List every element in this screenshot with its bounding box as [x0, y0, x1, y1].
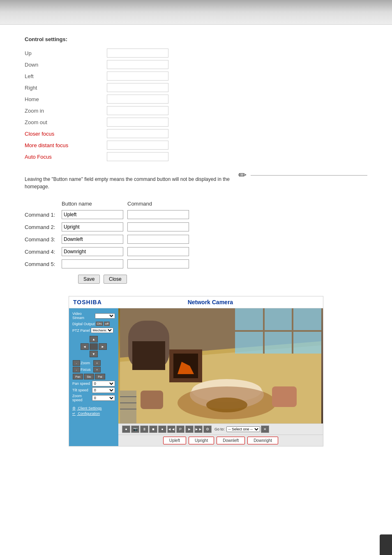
command-row-2-label: Command 2:	[25, 224, 62, 230]
control-input-distant-focus[interactable]	[107, 141, 168, 150]
do-off-btn[interactable]: off	[104, 321, 110, 326]
patrol-button[interactable]: Pat	[95, 374, 105, 379]
left-panel: Video Stream Digital Output ON off PTZ P…	[69, 308, 118, 446]
control-label-up: Up	[25, 50, 107, 56]
command-2-cmd-input[interactable]	[127, 222, 189, 231]
zoom-row: - Zoom +	[72, 360, 115, 366]
svg-rect-8	[132, 341, 165, 370]
control-settings-title: Control settings:	[25, 36, 367, 42]
dot-icon[interactable]: ●	[158, 426, 166, 433]
ptz-row-mid: ◄ ►	[80, 343, 107, 350]
stop-icon[interactable]: ■	[149, 426, 157, 433]
ptz-left-button[interactable]: ◄	[81, 343, 89, 350]
ptz-up-button[interactable]: ▲	[90, 336, 98, 342]
zoom-speed-select[interactable]: 0	[92, 395, 115, 401]
camera-icon[interactable]: 📷	[131, 426, 139, 433]
zoom-plus-button[interactable]: +	[93, 360, 101, 366]
pencil-icon: ✏	[238, 169, 247, 181]
settings-icon[interactable]: ⚙	[203, 426, 212, 433]
command-1-name-input[interactable]	[62, 210, 123, 219]
goto-close-icon[interactable]: ✕	[261, 426, 269, 433]
camera-preview-wrapper: TOSHIBA Network Camera Video Stream Digi…	[25, 296, 367, 446]
command-5-cmd-input[interactable]	[127, 259, 189, 268]
control-input-zoom-in[interactable]	[107, 106, 168, 115]
cam-upleft-button[interactable]: Upleft	[163, 437, 186, 444]
ptz-down-button[interactable]: ▼	[90, 351, 98, 357]
flag-icon[interactable]: P	[176, 426, 184, 433]
video-panel: 2010/01/15 13:23:44	[118, 308, 323, 446]
stop-button[interactable]: Sto	[84, 374, 94, 379]
command-row-4: Command 4:	[25, 247, 367, 256]
tilt-speed-select[interactable]: 0	[92, 387, 115, 393]
pan-button[interactable]: Pan	[73, 374, 83, 379]
tilt-speed-label: Tilt speed	[72, 388, 92, 392]
control-row-right: Right	[25, 83, 367, 92]
ptz-right-button[interactable]: ►	[99, 343, 107, 350]
control-input-left[interactable]	[107, 72, 168, 81]
button-row: Save Close	[78, 275, 367, 284]
command-row-3: Command 3:	[25, 235, 367, 244]
control-row-down: Down	[25, 60, 367, 69]
control-input-auto-focus[interactable]	[107, 152, 168, 161]
camera-controls-bar: ● 📷 ⏸ ■ ● ◄◄ P ► ►► ⚙ Go to: -- Select o…	[118, 423, 323, 435]
control-label-home: Home	[25, 96, 107, 102]
svg-rect-14	[141, 391, 163, 409]
command-2-name-input[interactable]	[62, 222, 123, 231]
control-input-down[interactable]	[107, 60, 168, 69]
svg-rect-13	[272, 386, 297, 407]
client-settings-link[interactable]: ⚙ Client Settings	[72, 406, 115, 410]
cam-upright-button[interactable]: Upright	[189, 437, 214, 444]
zoom-minus-button[interactable]: -	[73, 360, 80, 366]
cam-downright-button[interactable]: Downright	[247, 437, 278, 444]
command-4-name-input[interactable]	[62, 247, 123, 256]
focus-label: Focus	[81, 368, 93, 372]
focus-plus-button[interactable]: +	[93, 367, 101, 372]
control-input-home[interactable]	[107, 95, 168, 104]
do-on-btn[interactable]: ON	[96, 321, 103, 326]
pause-button[interactable]: ⏸	[140, 426, 148, 433]
control-row-zoom-out: Zoom out	[25, 118, 367, 127]
svg-rect-18	[120, 391, 136, 423]
command-3-cmd-input[interactable]	[127, 235, 189, 244]
mechanic-select[interactable]: Mechanic	[91, 328, 113, 333]
control-input-zoom-out[interactable]	[107, 118, 168, 127]
close-button[interactable]: Close	[104, 275, 127, 284]
camera-header: TOSHIBA Network Camera	[69, 296, 323, 308]
command-4-cmd-input[interactable]	[127, 247, 189, 256]
command-3-name-input[interactable]	[62, 235, 123, 244]
commands-header-cmd: Command	[127, 201, 189, 207]
command-row-1: Command 1:	[25, 210, 367, 219]
control-label-left: Left	[25, 73, 107, 79]
command-1-cmd-input[interactable]	[127, 210, 189, 219]
prev-button[interactable]: ◄◄	[167, 426, 175, 433]
save-button[interactable]: Save	[78, 275, 100, 284]
goto-select[interactable]: -- Select one --	[226, 426, 260, 432]
next-button[interactable]: ►	[185, 426, 194, 433]
digital-output-label: Digital Output	[72, 322, 95, 326]
play-fast-button[interactable]: ►►	[194, 426, 203, 433]
command-row-5: Command 5:	[25, 259, 367, 268]
control-label-right: Right	[25, 85, 107, 91]
commands-section: Button name Command Command 1: Command 2…	[25, 201, 367, 268]
ptz-center[interactable]	[90, 343, 98, 350]
control-input-up[interactable]	[107, 49, 168, 58]
ptz-row-top: ▲	[89, 335, 98, 343]
configuration-link[interactable]: ↵ Configuration	[72, 412, 115, 416]
control-row-up: Up	[25, 49, 367, 58]
control-input-closer-focus[interactable]	[107, 129, 168, 138]
ptz-panel-label: PTZ Panel	[72, 328, 90, 333]
control-row-distant-focus: More distant focus	[25, 141, 367, 150]
video-stream-select[interactable]	[95, 313, 115, 319]
control-label-zoom-in: Zoom in	[25, 108, 107, 114]
camera-preview: TOSHIBA Network Camera Video Stream Digi…	[69, 296, 323, 446]
pan-speed-select[interactable]: 0	[92, 381, 115, 386]
notice-text: Leaving the "Button name" field empty me…	[25, 176, 230, 190]
cam-downleft-button[interactable]: Downleft	[217, 437, 245, 444]
left-panel-links: ⚙ Client Settings ↵ Configuration	[72, 406, 115, 416]
focus-minus-button[interactable]: -	[73, 367, 80, 372]
control-input-right[interactable]	[107, 83, 168, 92]
commands-header-name: Button name	[62, 201, 127, 207]
record-button[interactable]: ●	[122, 426, 130, 433]
room-svg	[118, 308, 323, 423]
command-5-name-input[interactable]	[62, 259, 123, 268]
